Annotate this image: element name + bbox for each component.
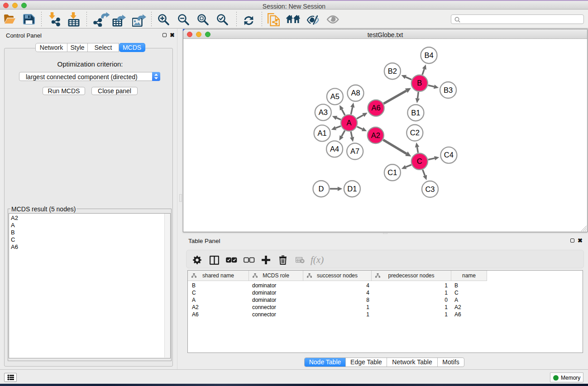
svg-text:B1: B1 <box>411 109 420 117</box>
svg-text:A: A <box>347 119 352 127</box>
svg-text:C: C <box>417 157 422 165</box>
svg-text:D: D <box>319 185 324 193</box>
svg-text:A1: A1 <box>318 129 327 137</box>
svg-text:B4: B4 <box>424 51 433 59</box>
svg-text:C3: C3 <box>425 185 435 193</box>
svg-text:A6: A6 <box>372 104 381 112</box>
svg-text:A3: A3 <box>319 108 328 116</box>
svg-text:D1: D1 <box>347 185 357 193</box>
svg-text:A8: A8 <box>351 89 360 97</box>
svg-text:C4: C4 <box>444 151 454 159</box>
svg-text:C1: C1 <box>387 168 397 176</box>
svg-text:A2: A2 <box>371 131 380 139</box>
svg-text:B: B <box>417 79 422 87</box>
svg-text:A4: A4 <box>330 145 339 153</box>
svg-text:A7: A7 <box>350 147 359 155</box>
svg-text:f(x): f(x) <box>311 254 324 265</box>
svg-text:B2: B2 <box>388 67 397 75</box>
svg-text:C2: C2 <box>410 129 420 137</box>
svg-text:A5: A5 <box>330 92 339 100</box>
svg-text:B3: B3 <box>444 86 453 94</box>
